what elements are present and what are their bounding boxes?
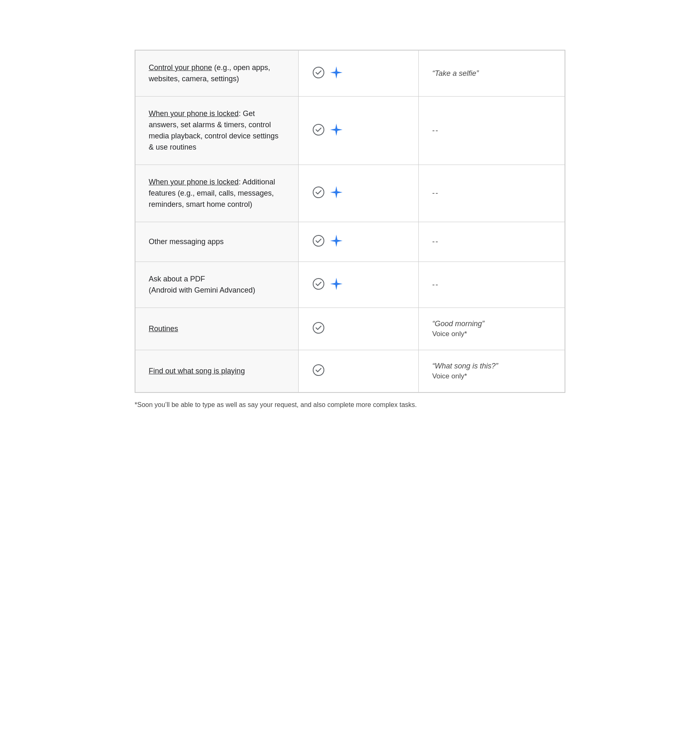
svg-point-0 bbox=[313, 67, 324, 78]
feature-cell: Routines bbox=[135, 308, 299, 350]
comparison-table: Control your phone (e.g., open apps, web… bbox=[135, 50, 565, 393]
check-icon bbox=[312, 186, 325, 201]
feature-text: Ask about a PDF(Android with Gemini Adva… bbox=[149, 275, 255, 294]
support-cell bbox=[299, 97, 419, 165]
svg-point-6 bbox=[313, 365, 324, 375]
check-icon bbox=[312, 66, 325, 81]
feature-link[interactable]: When your phone is locked bbox=[149, 178, 239, 186]
support-cell bbox=[299, 262, 419, 308]
example-cell: “Good morning”Voice only* bbox=[419, 308, 565, 350]
feature-cell: When your phone is locked: Additional fe… bbox=[135, 165, 299, 222]
example-sub: Voice only* bbox=[432, 330, 551, 338]
dash-text: -- bbox=[432, 126, 439, 135]
feature-cell: Other messaging apps bbox=[135, 222, 299, 262]
footnote: *Soon you’ll be able to type as well as … bbox=[135, 401, 565, 409]
feature-text: Control your phone (e.g., open apps, web… bbox=[149, 63, 270, 83]
example-quote: “Good morning” bbox=[432, 320, 551, 328]
feature-text: Routines bbox=[149, 325, 178, 333]
sparkle-icon bbox=[329, 123, 343, 139]
table-row: When your phone is locked: Get answers, … bbox=[135, 97, 565, 165]
feature-link[interactable]: Control your phone bbox=[149, 63, 212, 72]
support-cell bbox=[299, 165, 419, 222]
svg-point-4 bbox=[313, 279, 324, 289]
sparkle-icon bbox=[329, 234, 343, 250]
feature-link[interactable]: Find out what song is playing bbox=[149, 367, 245, 375]
svg-point-2 bbox=[313, 187, 324, 198]
feature-text: When your phone is locked: Get answers, … bbox=[149, 109, 278, 151]
feature-link[interactable]: When your phone is locked bbox=[149, 109, 239, 118]
feature-text: Other messaging apps bbox=[149, 237, 224, 246]
sparkle-icon bbox=[329, 185, 343, 201]
dash-text: -- bbox=[432, 237, 439, 246]
feature-text: Find out what song is playing bbox=[149, 367, 245, 375]
support-cell bbox=[299, 308, 419, 350]
example-cell: “Take a selfie” bbox=[419, 51, 565, 97]
sparkle-icon bbox=[329, 65, 343, 82]
table-row: Control your phone (e.g., open apps, web… bbox=[135, 51, 565, 97]
check-icon bbox=[312, 363, 325, 379]
check-icon bbox=[312, 277, 325, 293]
example-sub: Voice only* bbox=[432, 372, 551, 380]
feature-cell: Find out what song is playing bbox=[135, 350, 299, 392]
example-quote: “What song is this?” bbox=[432, 362, 551, 371]
dash-text: -- bbox=[432, 189, 439, 197]
example-cell: “What song is this?”Voice only* bbox=[419, 350, 565, 392]
support-cell bbox=[299, 350, 419, 392]
check-icon bbox=[312, 123, 325, 138]
example-cell: -- bbox=[419, 97, 565, 165]
example-quote: “Take a selfie” bbox=[432, 69, 551, 78]
svg-point-3 bbox=[313, 235, 324, 246]
table-row: Ask about a PDF(Android with Gemini Adva… bbox=[135, 262, 565, 308]
feature-cell: Control your phone (e.g., open apps, web… bbox=[135, 51, 299, 97]
feature-cell: When your phone is locked: Get answers, … bbox=[135, 97, 299, 165]
feature-text: When your phone is locked: Additional fe… bbox=[149, 178, 275, 208]
dash-text: -- bbox=[432, 281, 439, 289]
example-cell: -- bbox=[419, 165, 565, 222]
svg-point-1 bbox=[313, 124, 324, 135]
example-cell: -- bbox=[419, 222, 565, 262]
support-cell bbox=[299, 222, 419, 262]
example-cell: -- bbox=[419, 262, 565, 308]
table-row: Routines “Good morning”Voice only* bbox=[135, 308, 565, 350]
table-row: Other messaging apps -- bbox=[135, 222, 565, 262]
sparkle-icon bbox=[329, 277, 343, 293]
feature-link[interactable]: Routines bbox=[149, 325, 178, 333]
support-cell bbox=[299, 51, 419, 97]
feature-cell: Ask about a PDF(Android with Gemini Adva… bbox=[135, 262, 299, 308]
check-icon bbox=[312, 321, 325, 337]
check-icon bbox=[312, 234, 325, 249]
table-row: When your phone is locked: Additional fe… bbox=[135, 165, 565, 222]
svg-point-5 bbox=[313, 322, 324, 333]
table-row: Find out what song is playing “What song… bbox=[135, 350, 565, 392]
